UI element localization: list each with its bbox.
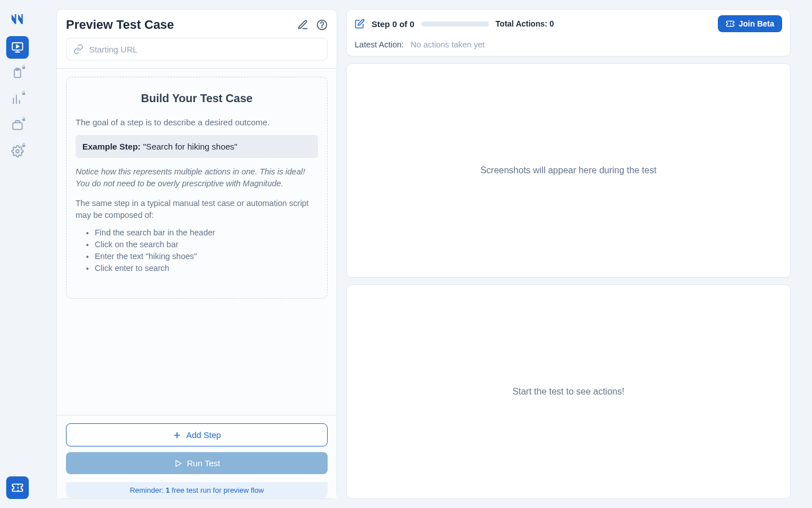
app-logo-icon [6,7,29,29]
same-step-intro: The same step in a typical manual test c… [76,198,318,221]
right-column: Step 0 of 0 Total Actions: 0 Join Beta L… [346,9,791,499]
play-icon [174,459,183,468]
list-item: Find the search bar in the header [95,227,318,239]
svg-rect-5 [23,93,25,95]
sidebar-item-ticket[interactable] [6,476,29,499]
main-content: Preview Test Case [35,0,812,508]
reminder-bar: Reminder: 1 free test run for preview fl… [66,482,328,498]
help-icon[interactable] [316,19,328,30]
preview-test-case-card: Preview Test Case [56,9,337,499]
svg-rect-4 [23,67,25,69]
example-value: "Search for hiking shoes" [143,142,237,151]
latest-action-value: No actions taken yet [411,40,484,49]
build-test-case-box: Build Your Test Case The goal of a step … [66,77,328,299]
ticket-icon [726,19,735,28]
page-title: Preview Test Case [66,17,174,32]
sidebar-item-monitor[interactable] [6,36,29,59]
bullets-list: Find the search bar in the header Click … [76,227,318,274]
list-item: Click enter to search [95,262,318,274]
build-title: Build Your Test Case [76,92,318,105]
actions-placeholder-card: Start the test to see actions! [346,284,791,499]
svg-rect-9 [23,145,25,147]
progress-bar [421,21,489,27]
svg-rect-6 [13,122,23,129]
reminder-prefix: Reminder: [130,486,166,494]
lock-icon [21,64,27,70]
list-item: Enter the text "hiking shoes" [95,251,318,262]
join-beta-button[interactable]: Join Beta [718,15,782,32]
add-step-label: Add Step [186,430,221,440]
lock-icon [21,142,27,148]
starting-url-input[interactable] [89,45,320,54]
step-counter: Step 0 of 0 [372,19,414,29]
list-item: Click on the search bar [95,239,318,251]
reminder-suffix: free test run for preview flow [170,486,264,494]
screenshots-placeholder-card: Screenshots will appear here during the … [346,63,791,278]
svg-marker-1 [16,45,19,48]
sidebar-item-clipboard[interactable] [6,62,29,85]
run-test-button[interactable]: Run Test [66,452,328,474]
build-subtitle: The goal of a step is to describe a desi… [76,117,318,127]
left-column: Preview Test Case [56,9,337,499]
lock-icon [21,90,27,96]
add-step-button[interactable]: Add Step [66,423,328,446]
svg-rect-7 [23,119,25,121]
example-step-box: Example Step: "Search for hiking shoes" [76,135,318,158]
edit-square-icon [355,19,365,29]
svg-marker-12 [176,460,181,466]
example-label: Example Step: [82,142,140,151]
svg-point-11 [322,27,323,28]
sidebar-item-settings[interactable] [6,140,29,163]
run-test-label: Run Test [187,458,220,468]
notice-text: Notice how this represents multiple acti… [76,166,318,190]
reminder-count: 1 [166,486,170,494]
sidebar [0,0,35,508]
sidebar-item-briefcase[interactable] [6,114,29,137]
join-beta-label: Join Beta [739,19,774,28]
link-icon [73,44,83,54]
actions-placeholder-text: Start the test to see actions! [513,387,624,397]
plus-icon [173,431,182,440]
starting-url-field[interactable] [66,38,328,60]
svg-point-8 [16,150,19,153]
total-actions: Total Actions: 0 [496,19,554,28]
screenshots-placeholder-text: Screenshots will appear here during the … [480,165,656,176]
latest-action-label: Latest Action: [355,40,404,49]
edit-icon[interactable] [297,19,308,30]
sidebar-item-chart[interactable] [6,88,29,111]
lock-icon [21,116,27,122]
status-card: Step 0 of 0 Total Actions: 0 Join Beta L… [346,9,791,56]
